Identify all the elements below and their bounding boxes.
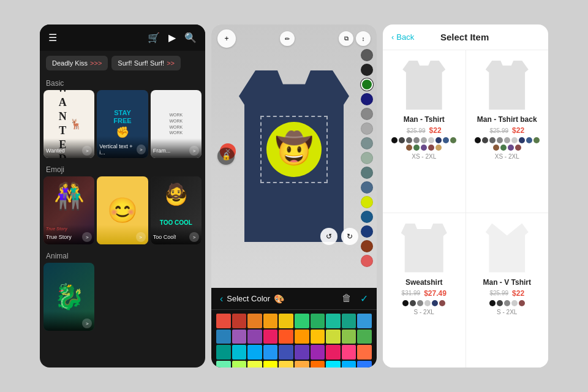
delete-icon[interactable]: 🗑 (342, 293, 352, 304)
swatch[interactable] (504, 137, 510, 143)
swatch[interactable] (391, 137, 398, 143)
color-cell[interactable] (232, 345, 247, 360)
item-man-tshirt[interactable]: Man - Tshirt $25.99 $22 (383, 50, 466, 213)
template-emoji[interactable]: 😊 > (97, 176, 148, 244)
color-option-selected[interactable] (361, 78, 373, 91)
nav-back-icon[interactable]: ‹ (220, 293, 223, 304)
template-true-story[interactable]: 👫 True Story True Story > (43, 176, 94, 244)
swatch[interactable] (424, 300, 431, 306)
swatch[interactable] (428, 145, 434, 151)
color-option[interactable] (361, 211, 373, 223)
color-cell[interactable] (311, 345, 325, 360)
item-vneck[interactable]: Man - V Tshirt $25.99 $22 S - 2XL (466, 213, 549, 368)
color-cell[interactable] (263, 314, 278, 328)
swatch[interactable] (526, 137, 532, 143)
item-man-tshirt-back[interactable]: Man - Tshirt back $25.99 $22 (466, 50, 549, 213)
color-cell[interactable] (216, 345, 231, 360)
swatch[interactable] (406, 145, 412, 151)
rotate-right-button[interactable]: ↻ (341, 228, 358, 245)
swatch[interactable] (435, 145, 442, 151)
color-cell[interactable] (326, 361, 341, 368)
swatch[interactable] (511, 300, 518, 306)
color-cell[interactable] (263, 345, 278, 360)
color-cell[interactable] (342, 330, 356, 344)
color-cell[interactable] (216, 330, 231, 344)
color-cell[interactable] (326, 314, 341, 328)
color-cell[interactable] (295, 330, 309, 344)
swatch[interactable] (475, 137, 481, 143)
color-cell[interactable] (247, 361, 262, 368)
youtube-icon[interactable]: ▶ (168, 32, 176, 43)
item-sweatshirt[interactable]: Sweatshirt $31.99 $27.49 S - 2XL (383, 213, 466, 368)
copy-button[interactable]: ⧉ (339, 31, 353, 46)
swatch[interactable] (515, 145, 521, 151)
color-cell[interactable] (247, 345, 262, 360)
swatch[interactable] (519, 300, 525, 306)
template-too-cool[interactable]: 🧔 TOO COOL Too Cool! > (151, 176, 202, 244)
swatch[interactable] (428, 137, 434, 143)
color-option[interactable] (361, 181, 373, 194)
swatch[interactable] (533, 137, 540, 143)
swatch[interactable] (482, 137, 488, 143)
swatch[interactable] (504, 300, 510, 306)
color-cell[interactable] (295, 314, 309, 328)
color-option[interactable] (361, 137, 373, 149)
rotate-left-button[interactable]: ↺ (320, 228, 337, 245)
swatch[interactable] (413, 145, 420, 151)
cart-icon[interactable]: 🛒 (148, 32, 160, 43)
color-cell[interactable] (232, 330, 247, 344)
color-cell[interactable] (342, 345, 356, 360)
template-animal[interactable]: 🐉 > (43, 263, 94, 331)
color-cell[interactable] (263, 330, 278, 344)
search-icon[interactable]: 🔍 (184, 32, 197, 43)
design-area[interactable]: 🤠 (260, 116, 328, 183)
swatch[interactable] (435, 137, 442, 143)
color-option[interactable] (361, 240, 373, 252)
color-option[interactable] (361, 108, 373, 120)
swatch[interactable] (450, 137, 456, 143)
swatch[interactable] (519, 137, 525, 143)
menu-icon[interactable]: ☰ (48, 32, 57, 43)
swatch[interactable] (421, 145, 427, 151)
swatch[interactable] (402, 300, 409, 306)
color-cell[interactable] (295, 361, 309, 368)
color-cell[interactable] (279, 314, 293, 328)
color-option[interactable] (361, 152, 373, 164)
swatch[interactable] (489, 300, 496, 306)
color-cell[interactable] (216, 361, 231, 368)
swatch[interactable] (421, 137, 427, 143)
color-cell[interactable] (357, 314, 372, 328)
color-cell[interactable] (326, 345, 341, 360)
color-cell[interactable] (357, 330, 372, 344)
swatch[interactable] (500, 145, 507, 151)
swatch[interactable] (413, 137, 420, 143)
color-cell[interactable] (279, 345, 293, 360)
color-cell[interactable] (295, 345, 309, 360)
template-stayfree[interactable]: STAYFREE ✊ Vertical text + i... > (97, 90, 148, 158)
library-scroll[interactable]: Basic WANTED 🦌 Wanted > (40, 75, 205, 368)
color-cell[interactable] (232, 361, 247, 368)
color-option[interactable] (361, 123, 373, 135)
color-cell[interactable] (342, 314, 356, 328)
color-cell[interactable] (357, 361, 372, 368)
swatch[interactable] (417, 300, 423, 306)
color-option[interactable] (361, 64, 373, 76)
color-option[interactable] (361, 225, 373, 238)
swatch[interactable] (432, 300, 438, 306)
color-option[interactable] (361, 255, 373, 267)
color-option[interactable] (361, 167, 373, 179)
color-cell[interactable] (263, 361, 278, 368)
swatch[interactable] (410, 300, 416, 306)
featured-tag-surf[interactable]: Surf! Surf! Surf! >> (111, 56, 181, 70)
color-option[interactable] (361, 93, 373, 105)
color-cell[interactable] (279, 361, 293, 368)
swatch[interactable] (406, 137, 412, 143)
color-option[interactable] (361, 196, 373, 208)
swatch[interactable] (489, 137, 496, 143)
color-cell[interactable] (326, 330, 341, 344)
flip-button[interactable]: ↕ (356, 31, 371, 46)
color-cell[interactable] (357, 345, 372, 360)
color-cell[interactable] (279, 330, 293, 344)
add-element-button[interactable]: + (217, 29, 236, 48)
color-cell[interactable] (232, 314, 247, 328)
